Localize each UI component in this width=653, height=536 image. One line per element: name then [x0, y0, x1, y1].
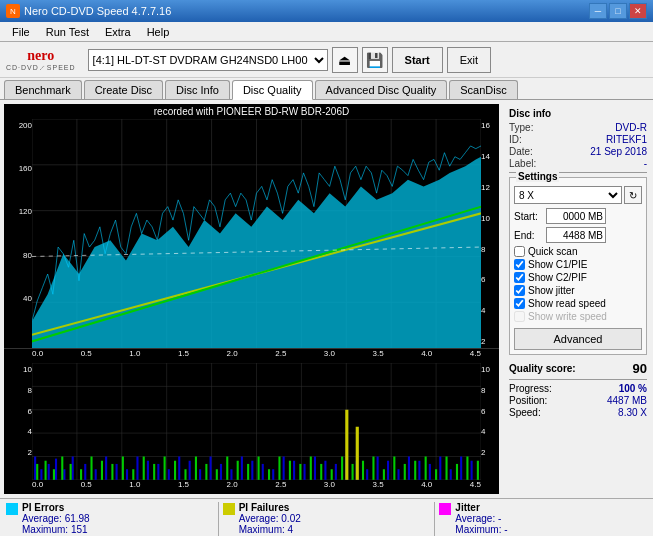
svg-rect-46 — [105, 457, 107, 480]
svg-rect-97 — [164, 457, 166, 480]
menu-file[interactable]: File — [4, 24, 38, 40]
svg-rect-103 — [226, 457, 228, 480]
svg-rect-92 — [132, 469, 134, 480]
legend-divider-2 — [434, 502, 435, 536]
speed-value: 8.30 X — [618, 407, 647, 418]
position-value: 4487 MB — [607, 395, 647, 406]
svg-rect-66 — [314, 457, 316, 480]
quickscan-label: Quick scan — [528, 246, 577, 257]
svg-rect-61 — [262, 464, 264, 480]
bottom-x-axis: 0.0 0.5 1.0 1.5 2.0 2.5 3.0 3.5 4.0 4.5 — [4, 480, 499, 494]
tab-disc-info[interactable]: Disc Info — [165, 80, 230, 99]
svg-rect-114 — [341, 457, 343, 480]
start-mb-row: Start: — [514, 208, 642, 224]
svg-rect-65 — [303, 464, 305, 480]
tab-advanced-disc-quality[interactable]: Advanced Disc Quality — [315, 80, 448, 99]
tab-benchmark[interactable]: Benchmark — [4, 80, 82, 99]
svg-rect-86 — [70, 464, 72, 480]
chart-title: recorded with PIONEER BD-RW BDR-206D — [4, 104, 499, 119]
bottom-chart: 10 8 6 4 2 — [4, 363, 499, 480]
side-panel: Disc info Type: DVD-R ID: RITEKF1 Date: … — [503, 100, 653, 498]
close-button[interactable]: ✕ — [629, 3, 647, 19]
pie-color-box — [6, 503, 18, 515]
eject-icon-button[interactable]: ⏏ — [332, 47, 358, 73]
showc1pie-label: Show C1/PIE — [528, 259, 587, 270]
svg-rect-63 — [283, 457, 285, 480]
svg-rect-109 — [289, 461, 291, 480]
menu-help[interactable]: Help — [139, 24, 178, 40]
legend-pi-failures: PI Failures Average: 0.02 Maximum: 4 Tot… — [223, 502, 431, 536]
quickscan-checkbox[interactable] — [514, 246, 525, 257]
svg-rect-74 — [397, 469, 399, 480]
svg-rect-107 — [268, 469, 270, 480]
position-row: Position: 4487 MB — [509, 395, 647, 406]
showreadspeed-checkbox[interactable] — [514, 298, 525, 309]
svg-rect-89 — [101, 461, 103, 480]
top-chart: 200 160 120 80 40 — [4, 119, 499, 349]
progress-row: Progress: 100 % — [509, 383, 647, 394]
title-bar-text: Nero CD-DVD Speed 4.7.7.16 — [24, 5, 171, 17]
svg-rect-100 — [195, 457, 197, 480]
start-input[interactable] — [546, 208, 606, 224]
showc1pie-checkbox[interactable] — [514, 259, 525, 270]
legend-jitter: Jitter Average: - Maximum: - PO failures… — [439, 502, 647, 536]
svg-rect-68 — [335, 464, 337, 480]
svg-rect-91 — [122, 457, 124, 480]
menu-extra[interactable]: Extra — [97, 24, 139, 40]
disc-info-section: Disc info Type: DVD-R ID: RITEKF1 Date: … — [509, 108, 647, 169]
top-x-axis: 0.0 0.5 1.0 1.5 2.0 2.5 3.0 3.5 4.0 4.5 — [4, 349, 499, 363]
disc-id-row: ID: RITEKF1 — [509, 134, 647, 145]
maximize-button[interactable]: □ — [609, 3, 627, 19]
svg-rect-81 — [471, 461, 473, 480]
svg-rect-64 — [293, 461, 295, 480]
save-icon-button[interactable]: 💾 — [362, 47, 388, 73]
showc2pif-checkbox[interactable] — [514, 272, 525, 283]
showc2pif-row: Show C2/PIF — [514, 272, 642, 283]
svg-rect-38 — [34, 457, 36, 480]
settings-title: Settings — [516, 171, 559, 182]
showjitter-label: Show jitter — [528, 285, 575, 296]
svg-rect-54 — [189, 461, 191, 480]
tab-scan-disc[interactable]: ScanDisc — [449, 80, 517, 99]
exit-button[interactable]: Exit — [447, 47, 491, 73]
speed-label: Speed: — [509, 407, 541, 418]
svg-rect-99 — [184, 469, 186, 480]
svg-rect-50 — [147, 461, 149, 480]
showwritespeed-checkbox[interactable] — [514, 311, 525, 322]
tab-disc-quality[interactable]: Disc Quality — [232, 80, 313, 100]
legend-pi-errors: PI Errors Average: 61.98 Maximum: 151 To… — [6, 502, 214, 536]
advanced-button[interactable]: Advanced — [514, 328, 642, 350]
showc2pif-label: Show C2/PIF — [528, 272, 587, 283]
pif-color-box — [223, 503, 235, 515]
menu-bar: File Run Test Extra Help — [0, 22, 653, 42]
minimize-button[interactable]: ─ — [589, 3, 607, 19]
bottom-chart-svg — [32, 363, 481, 480]
svg-rect-39 — [40, 469, 42, 480]
showjitter-checkbox[interactable] — [514, 285, 525, 296]
svg-rect-40 — [48, 464, 50, 480]
svg-rect-79 — [450, 469, 452, 480]
svg-rect-94 — [345, 410, 348, 480]
bottom-y-axis-left: 10 8 6 4 2 — [4, 363, 32, 480]
speed-select[interactable]: 8 X 4 X 12 X 16 X Maximum — [514, 186, 622, 204]
refresh-button[interactable]: ↻ — [624, 186, 642, 204]
settings-section: Settings 8 X 4 X 12 X 16 X Maximum ↻ Sta… — [509, 177, 647, 355]
pif-legend-text: PI Failures Average: 0.02 Maximum: 4 Tot… — [239, 502, 301, 536]
tab-create-disc[interactable]: Create Disc — [84, 80, 163, 99]
end-input[interactable] — [546, 227, 606, 243]
svg-rect-52 — [168, 469, 170, 480]
end-mb-row: End: — [514, 227, 642, 243]
svg-rect-44 — [84, 464, 86, 480]
svg-rect-77 — [429, 464, 431, 480]
drive-select[interactable]: [4:1] HL-DT-ST DVDRAM GH24NSD0 LH00 — [88, 49, 328, 71]
start-button[interactable]: Start — [392, 47, 443, 73]
svg-rect-98 — [174, 461, 176, 480]
main-content: recorded with PIONEER BD-RW BDR-206D 200… — [0, 100, 653, 498]
svg-rect-62 — [272, 469, 274, 480]
top-y-axis-left: 200 160 120 80 40 — [4, 119, 32, 348]
menu-run-test[interactable]: Run Test — [38, 24, 97, 40]
chart-container: recorded with PIONEER BD-RW BDR-206D 200… — [4, 104, 499, 494]
top-y-axis-right: 16 14 12 10 8 6 4 2 — [481, 119, 499, 348]
svg-rect-125 — [456, 464, 458, 480]
showreadspeed-label: Show read speed — [528, 298, 606, 309]
